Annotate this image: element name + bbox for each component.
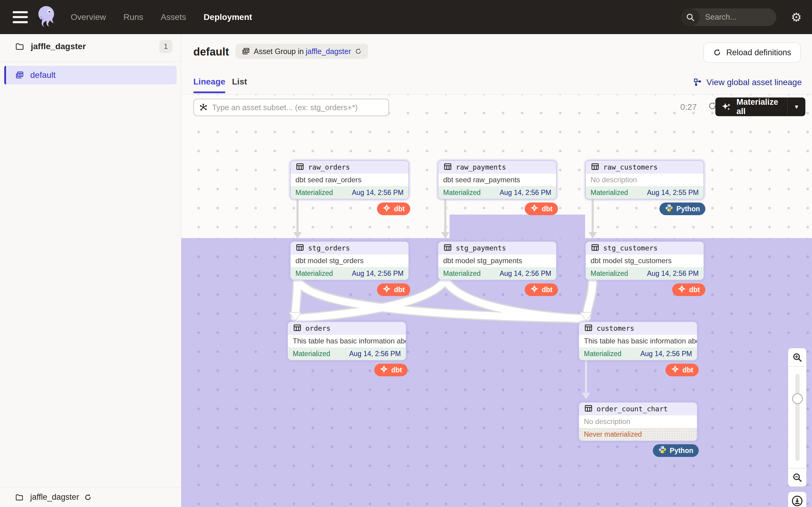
compute-kind-icon [383, 204, 391, 214]
nav-assets[interactable]: Assets [161, 12, 186, 22]
compute-kind-icon [383, 285, 391, 295]
zoom-in-button[interactable] [788, 348, 807, 367]
asset-subset-input[interactable] [212, 103, 384, 112]
compute-kind-label: dbt [542, 286, 553, 294]
reload-repo-icon[interactable] [84, 494, 92, 501]
table-icon [591, 162, 600, 172]
nav-overview[interactable]: Overview [71, 12, 106, 22]
reload-definitions-button[interactable]: Reload definitions [704, 43, 801, 62]
view-global-asset-lineage-link[interactable]: View global asset lineage [693, 77, 802, 87]
dbt-logo-icon [530, 204, 539, 212]
asset-node-title: stg_payments [456, 244, 506, 252]
compute-kind-icon [677, 285, 686, 295]
asset-group-icon [242, 47, 250, 56]
asset-group-tag: Asset Group in jaffle_dagster [236, 44, 368, 59]
compute-kind-label: dbt [689, 286, 700, 294]
asset-node-customers[interactable]: customers This table has basic informati… [578, 321, 698, 361]
asset-node-stg_customers[interactable]: stg_customers dbt model stg_customers Ma… [585, 241, 704, 280]
asset-node-status: Never materialized [584, 430, 642, 439]
compute-kind-label: dbt [542, 205, 553, 213]
compute-kind-badge-python: Python [659, 203, 705, 215]
compute-kind-icon [671, 365, 679, 375]
table-icon [591, 162, 600, 171]
asset-node-stg_payments[interactable]: stg_payments dbt model stg_payments Mate… [438, 241, 557, 280]
main-nav: Overview Runs Assets Deployment [71, 12, 252, 22]
settings-gear-icon[interactable]: ⚙ [791, 11, 802, 23]
asset-node-timestamp: Aug 14, 2:56 PM [352, 270, 404, 278]
asset-group-tag-text: Asset Group in [254, 47, 304, 56]
compute-kind-label: dbt [682, 366, 693, 374]
hamburger-menu-icon[interactable] [13, 11, 28, 23]
asset-node-timestamp: Aug 14, 2:55 PM [647, 188, 699, 197]
table-icon [443, 243, 452, 253]
zoom-out-button[interactable] [788, 468, 807, 487]
asset-node-description: No description [586, 174, 704, 186]
asset-node-raw_orders[interactable]: raw_orders dbt seed raw_orders Materiali… [290, 160, 409, 200]
asset-node-status: Materialized [584, 350, 621, 358]
search-input[interactable] [700, 12, 776, 22]
sidebar-item-default-group[interactable]: default [4, 66, 177, 84]
asset-node-description: dbt model stg_orders [291, 255, 408, 267]
asset-subset-filter[interactable] [193, 99, 389, 116]
asset-sidebar: jaffle_dagster 1 default jaffle_dagster [0, 34, 181, 507]
materialize-all-button[interactable]: Materialize all ▾ [715, 98, 805, 116]
zoom-controls [788, 348, 807, 487]
compute-kind-icon [665, 204, 673, 214]
table-icon [443, 162, 452, 172]
compute-kind-badge-dbt: dbt [525, 203, 558, 215]
sparkle-icon [721, 102, 732, 112]
asset-node-status: Materialized [443, 188, 480, 197]
asset-node-status-bar: Materialized Aug 14, 2:56 PM [291, 186, 408, 199]
global-search[interactable]: / [681, 8, 776, 26]
asset-node-description: dbt model stg_customers [586, 255, 704, 267]
table-icon [295, 243, 305, 253]
tab-list[interactable]: List [232, 77, 247, 87]
asset-node-status: Materialized [591, 188, 628, 197]
asset-node-timestamp: Aug 14, 2:56 PM [500, 270, 551, 278]
compute-kind-label: Python [676, 205, 700, 213]
asset-node-title: raw_customers [603, 163, 658, 171]
download-image-button[interactable] [788, 492, 807, 507]
table-icon [293, 323, 302, 333]
asset-group-repo-link[interactable]: jaffle_dagster [306, 47, 351, 56]
compute-kind-label: Python [670, 447, 693, 455]
view-global-asset-lineage-label: View global asset lineage [707, 77, 802, 87]
dbt-logo-icon [530, 285, 539, 293]
asset-node-description: dbt seed raw_payments [438, 174, 556, 186]
lineage-graph-pane[interactable]: raw_orders dbt seed raw_orders Materiali… [181, 95, 812, 507]
asset-node-stg_orders[interactable]: stg_orders dbt model stg_orders Material… [290, 241, 409, 280]
asset-node-status: Materialized [443, 270, 480, 278]
asset-node-raw_customers[interactable]: raw_customers No description Materialize… [585, 160, 704, 200]
top-navigation-bar: Overview Runs Assets Deployment / ⚙ [0, 0, 812, 34]
table-icon [295, 162, 305, 171]
sidebar-item-label: default [30, 70, 56, 80]
zoom-slider-knob[interactable] [792, 393, 803, 404]
asset-node-orders[interactable]: orders This table has basic information … [287, 321, 406, 361]
nav-deployment[interactable]: Deployment [204, 12, 252, 22]
asset-node-timestamp: Aug 14, 2:56 PM [500, 188, 551, 197]
table-icon [584, 404, 593, 414]
asset-node-description: No description [579, 415, 697, 428]
python-logo-icon [665, 204, 673, 212]
asset-node-status-bar: Materialized Aug 14, 2:56 PM [579, 347, 697, 360]
asset-node-status-bar: Materialized Aug 14, 2:55 PM [586, 186, 704, 199]
asset-node-status-bar: Materialized Aug 14, 2:56 PM [586, 267, 704, 280]
zoom-slider-track [795, 374, 800, 461]
table-icon [295, 162, 305, 172]
dagster-logo[interactable] [36, 5, 56, 29]
asset-node-status: Materialized [295, 188, 333, 197]
asset-node-raw_payments[interactable]: raw_payments dbt seed raw_payments Mater… [438, 160, 557, 200]
compute-kind-icon [658, 445, 667, 456]
materialize-dropdown-caret[interactable]: ▾ [787, 98, 805, 116]
compute-kind-badge-dbt: dbt [525, 283, 558, 296]
asset-node-timestamp: Aug 14, 2:56 PM [647, 270, 699, 278]
refresh-group-icon[interactable] [355, 48, 362, 55]
sidebar-repo-jaffle-dagster[interactable]: jaffle_dagster 1 [0, 34, 181, 59]
asset-node-order_count_chart[interactable]: order_count_chart No description Never m… [578, 402, 698, 441]
zoom-slider[interactable] [788, 367, 807, 468]
compute-kind-badge-dbt: dbt [377, 283, 410, 296]
tab-lineage[interactable]: Lineage [193, 77, 225, 87]
nav-runs[interactable]: Runs [123, 12, 143, 22]
compute-kind-label: dbt [394, 286, 405, 294]
op-selector-icon [199, 103, 208, 112]
